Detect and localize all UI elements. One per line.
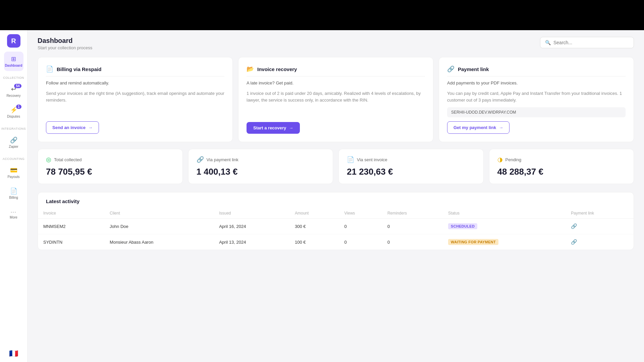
stat-sent-invoice-header: 📄 Via sent invoice [347,156,475,163]
total-icon: ◎ [46,156,51,163]
sidebar-item-recovery[interactable]: ↩ Recovery 54 [4,82,23,101]
issued-date: April 16, 2024 [214,219,289,234]
issued-date: April 13, 2024 [214,234,289,250]
stat-total: ◎ Total collected 78 705,95 € [38,149,183,184]
activity-table-head: Invoice Client Issued Amount Views Remin… [38,208,634,219]
sidebar-item-label: Billing [9,196,18,199]
billing-card: 📄 Billing via Respaid Follow and remind … [38,57,233,142]
views: 0 [339,219,382,234]
stat-total-header: ◎ Total collected [46,156,174,163]
disputes-badge: 1 [16,105,21,109]
invoice-id: MNMSEM2 [38,219,104,234]
table-row: MNMSEM2 John Doe April 16, 2024 300 € 0 … [38,219,634,234]
status-cell: SCHEDULED [443,219,566,234]
sidebar-item-more[interactable]: ··· More [4,204,23,224]
stat-sent-invoice-label: Via sent invoice [357,157,387,162]
zapier-icon: 🔗 [10,136,17,144]
billing-card-icon: 📄 [46,65,53,73]
payment-domain: SERHII-UDOD.DEV.WIDRPAY.COM [447,107,626,117]
sidebar-item-label: Recovery [6,94,20,98]
sidebar-item-label: Zapier [9,145,18,148]
arrow-right-icon: → [499,125,503,130]
sidebar-item-billing[interactable]: 📄 Billing [4,184,23,203]
sidebar-item-zapier[interactable]: 🔗 Zapier [4,133,23,152]
sent-invoice-stat-icon: 📄 [347,156,354,163]
start-recovery-label: Start a recovery [253,125,286,130]
sidebar-item-disputes[interactable]: ⚡ Disputes 1 [4,103,23,122]
sidebar-item-label: Disputes [7,115,20,118]
sidebar-item-payouts[interactable]: 💳 Payouts [4,163,23,182]
billing-card-title: Billing via Respaid [57,66,101,72]
stat-payment-link-label: Via payment link [207,157,238,162]
payment-card: 🔗 Payment link Add payments to your PDF … [439,57,634,142]
stat-payment-link-header: 🔗 Via payment link [197,156,325,163]
payment-link-icon[interactable]: 🔗 [571,223,577,229]
col-issued: Issued [214,208,289,219]
get-payment-link-button[interactable]: Get my payment link → [447,121,509,134]
stats-row: ◎ Total collected 78 705,95 € 🔗 Via paym… [38,149,634,184]
billing-icon: 📄 [10,187,17,195]
table-row: SYDINTN Monsieur Abass Aaron April 13, 2… [38,234,634,250]
sidebar: R ⊞ Dashboard COLLECTION ↩ Recovery 54 ⚡… [0,30,28,362]
activity-table-body: MNMSEM2 John Doe April 16, 2024 300 € 0 … [38,219,634,250]
stat-payment-link: 🔗 Via payment link 1 400,13 € [188,149,333,184]
status-badge: SCHEDULED [448,223,477,229]
stat-sent-invoice: 📄 Via sent invoice 21 230,63 € [338,149,484,184]
pending-stat-icon: ◑ [497,156,503,163]
payment-link-icon[interactable]: 🔗 [571,239,577,245]
payment-link-cell: 🔗 [566,234,634,250]
payment-card-icon: 🔗 [447,65,454,73]
status-cell: WAITING FOR PAYMENT [443,234,566,250]
accounting-section-label: ACCOUNTING [3,157,25,161]
stat-total-value: 78 705,95 € [46,167,174,177]
search-bar[interactable]: 🔍 [540,37,634,48]
recovery-card-description: A late invoice? Get paid. [247,80,425,85]
amount: 300 € [289,219,339,234]
payouts-icon: 💳 [10,167,17,174]
send-invoice-button[interactable]: Send an invoice → [46,121,99,134]
search-input[interactable] [553,40,629,45]
page-header: Dashboard Start your collection process … [38,37,634,50]
views: 0 [339,234,382,250]
app-logo[interactable]: R [7,34,20,48]
language-flag[interactable]: 🇫🇷 [9,349,18,358]
col-amount: Amount [289,208,339,219]
page-title: Dashboard [38,37,92,45]
sidebar-item-dashboard[interactable]: ⊞ Dashboard [4,52,23,71]
stat-pending-label: Pending [505,157,522,162]
payment-card-body: You can pay by credit card, Apple Pay an… [447,90,626,103]
recovery-card-body: 1 invoice out of 2 is paid under 20 days… [247,90,425,103]
col-client: Client [104,208,214,219]
recovery-badge: 54 [14,84,21,88]
stat-payment-link-value: 1 400,13 € [197,167,325,177]
recovery-card-icon: 📂 [247,65,254,73]
dashboard-icon: ⊞ [11,55,16,63]
col-payment-link: Payment link [566,208,634,219]
payment-link-cell: 🔗 [566,219,634,234]
collection-section-label: COLLECTION [3,76,24,79]
reminders: 0 [382,234,443,250]
arrow-right-icon: → [289,125,293,130]
cards-row: 📄 Billing via Respaid Follow and remind … [38,57,634,142]
start-recovery-button[interactable]: Start a recovery → [247,122,300,134]
get-payment-link-label: Get my payment link [453,125,496,130]
col-invoice: Invoice [38,208,104,219]
stat-pending-header: ◑ Pending [497,156,626,163]
billing-card-description: Follow and remind automatically. [46,80,224,85]
main-content: Dashboard Start your collection process … [28,30,644,362]
reminders: 0 [382,219,443,234]
activity-title: Latest activity [38,192,634,208]
top-bar [0,0,644,30]
client-name: Monsieur Abass Aaron [104,234,214,250]
stat-pending-value: 48 288,37 € [497,167,626,177]
recovery-card-title: Invoice recovery [257,66,297,72]
payment-link-stat-icon: 🔗 [197,156,204,163]
status-badge: WAITING FOR PAYMENT [448,239,498,245]
activity-table: Invoice Client Issued Amount Views Remin… [38,208,634,250]
send-invoice-label: Send an invoice [52,125,86,130]
payment-card-header: 🔗 Payment link [447,65,626,76]
recovery-card: 📂 Invoice recovery A late invoice? Get p… [238,57,433,142]
sidebar-item-label: More [10,216,17,219]
page-title-block: Dashboard Start your collection process [38,37,92,50]
client-name: John Doe [104,219,214,234]
